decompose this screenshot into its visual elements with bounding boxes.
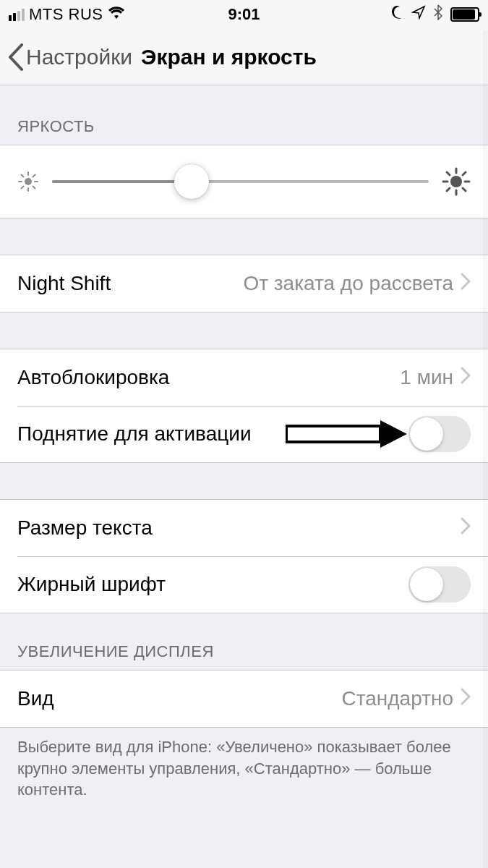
battery-icon (450, 7, 479, 22)
svg-line-5 (22, 175, 24, 177)
brightness-slider-thumb[interactable] (174, 164, 209, 199)
bold-text-label: Жирный шрифт (17, 573, 408, 596)
page-title: Экран и яркость (141, 45, 317, 69)
chevron-right-icon (461, 272, 471, 295)
brightness-low-icon (17, 171, 39, 192)
view-label: Вид (17, 687, 342, 710)
text-group: Размер текста Жирный шрифт (0, 499, 488, 613)
back-label: Настройки (26, 45, 132, 69)
carrier-label: MTS RUS (29, 5, 103, 24)
bold-text-toggle[interactable] (408, 566, 471, 603)
chevron-right-icon (461, 366, 471, 389)
display-zoom-group: Вид Стандартно (0, 670, 488, 728)
wifi-icon (108, 5, 125, 24)
svg-line-7 (33, 175, 35, 177)
location-icon (411, 5, 426, 24)
text-size-row[interactable]: Размер текста (0, 500, 488, 556)
brightness-slider[interactable] (52, 180, 429, 183)
svg-line-14 (447, 172, 450, 175)
back-button[interactable]: Настройки (7, 43, 132, 71)
navigation-bar: Настройки Экран и яркость (0, 29, 488, 85)
text-size-label: Размер текста (17, 516, 461, 540)
section-footer-display-zoom: Выберите вид для iPhone: «Увеличено» пок… (0, 728, 488, 815)
view-row[interactable]: Вид Стандартно (0, 671, 488, 727)
bold-text-row: Жирный шрифт (0, 556, 488, 613)
section-header-brightness: ЯРКОСТЬ (0, 85, 488, 145)
svg-line-17 (447, 188, 450, 191)
auto-lock-row[interactable]: Автоблокировка 1 мин (0, 349, 488, 406)
svg-line-16 (463, 172, 466, 175)
lock-group: Автоблокировка 1 мин Поднятие для актива… (0, 349, 488, 463)
svg-line-6 (33, 187, 35, 189)
brightness-slider-row (0, 145, 488, 218)
chevron-right-icon (461, 516, 471, 540)
view-value: Стандартно (342, 687, 454, 710)
scrollbar[interactable] (483, 30, 487, 868)
auto-lock-value: 1 мин (400, 366, 453, 389)
status-bar: MTS RUS 9:01 (0, 0, 488, 29)
do-not-disturb-icon (390, 5, 404, 24)
brightness-high-icon (442, 167, 471, 196)
svg-line-8 (22, 187, 24, 189)
raise-to-wake-toggle[interactable] (408, 416, 471, 452)
night-shift-row[interactable]: Night Shift От заката до рассвета (0, 255, 488, 312)
bluetooth-icon (433, 4, 443, 25)
signal-strength-icon (9, 9, 25, 21)
svg-line-15 (463, 188, 466, 191)
night-shift-label: Night Shift (17, 272, 243, 295)
svg-point-0 (25, 178, 32, 185)
chevron-right-icon (461, 687, 471, 710)
night-shift-value: От заката до рассвета (243, 272, 453, 295)
night-shift-group: Night Shift От заката до рассвета (0, 255, 488, 312)
clock-label: 9:01 (228, 5, 260, 24)
brightness-group (0, 145, 488, 218)
auto-lock-label: Автоблокировка (17, 366, 400, 389)
chevron-left-icon (7, 43, 25, 71)
svg-point-9 (450, 176, 462, 187)
raise-to-wake-row: Поднятие для активации (0, 406, 488, 462)
raise-to-wake-label: Поднятие для активации (17, 422, 408, 446)
section-header-display-zoom: УВЕЛИЧЕНИЕ ДИСПЛЕЯ (0, 613, 488, 670)
